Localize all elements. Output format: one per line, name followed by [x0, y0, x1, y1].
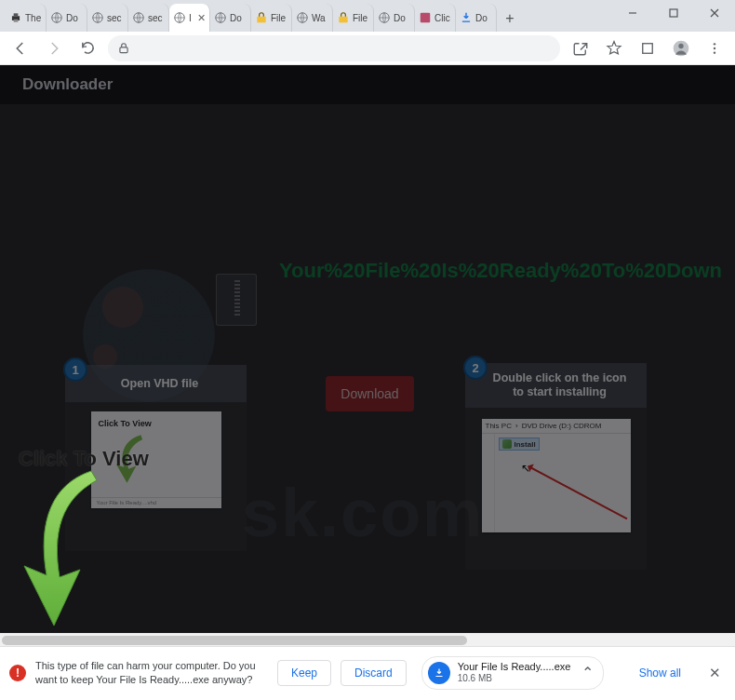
browser-tab[interactable]: Do: [374, 4, 415, 32]
download-file-icon: [428, 662, 450, 684]
tab-title: Do: [394, 13, 410, 23]
window-maximize[interactable]: [653, 0, 694, 26]
back-button[interactable]: [7, 35, 33, 61]
share-icon[interactable]: [568, 35, 594, 61]
show-all-button[interactable]: Show all: [626, 660, 694, 686]
bookmark-icon[interactable]: [601, 35, 627, 61]
browser-tab[interactable]: Wa: [292, 4, 333, 32]
tab-favicon-icon: [214, 11, 227, 24]
breadcrumb-root: This PC: [486, 422, 512, 430]
svg-rect-2: [14, 20, 19, 22]
browser-tab[interactable]: sec: [128, 4, 169, 32]
breadcrumb-drive: DVD Drive (D:) CDROM: [522, 422, 602, 430]
discard-button[interactable]: Discard: [341, 660, 407, 686]
tab-favicon-icon: [50, 11, 63, 24]
close-downloads-bar[interactable]: ✕: [703, 665, 726, 681]
download-size: 10.6 MB: [458, 673, 571, 684]
tab-title: File: [353, 13, 369, 23]
step-1-title: Open VHD file: [65, 365, 247, 402]
page-header: Downloader: [0, 65, 735, 104]
horizontal-scrollbar[interactable]: [0, 633, 735, 646]
download-warning-text: This type of file can harm your computer…: [35, 659, 268, 687]
tab-title: Clic: [434, 13, 451, 23]
browser-tab[interactable]: File: [333, 4, 374, 32]
browser-tab[interactable]: Do: [47, 4, 87, 32]
window-controls: [612, 0, 735, 26]
window-minimize[interactable]: [612, 0, 653, 26]
chevron-up-icon[interactable]: ⌃: [581, 664, 594, 681]
browser-tab[interactable]: Do: [456, 4, 497, 32]
tab-title: sec: [148, 13, 165, 23]
extensions-icon[interactable]: [635, 35, 661, 61]
page-title: Downloader: [22, 75, 113, 94]
menu-icon[interactable]: [702, 35, 728, 61]
step-2-title: Double click on the icon to start instal…: [465, 363, 647, 408]
reload-button[interactable]: [74, 35, 100, 61]
download-item[interactable]: Your File Is Ready.....exe 10.6 MB ⌃: [421, 656, 605, 690]
explorer-main: Install ↖: [495, 434, 631, 532]
step-2-thumbnail: This PC › DVD Drive (D:) CDROM Install ↖: [482, 419, 631, 532]
tab-favicon-icon: [460, 11, 473, 24]
svg-rect-1: [14, 13, 19, 16]
tab-favicon-icon: [255, 11, 268, 24]
browser-tab[interactable]: File: [251, 4, 292, 32]
lock-icon: [117, 42, 130, 55]
tab-close-icon[interactable]: ✕: [196, 13, 206, 22]
window-close[interactable]: [694, 0, 735, 26]
page-content: Downloader sk.com Your%20File%20Is%20Rea…: [0, 65, 735, 633]
download-filename: Your File Is Ready.....exe: [458, 661, 571, 673]
step-2-badge: 2: [463, 356, 488, 380]
download-button[interactable]: Download: [326, 376, 414, 411]
green-arrow-large-icon: [19, 465, 102, 628]
tab-favicon-icon: [337, 11, 350, 24]
scrollbar-thumb[interactable]: [2, 636, 467, 645]
forward-button[interactable]: [41, 35, 67, 61]
tab-favicon-icon: [132, 11, 145, 24]
tab-favicon-icon: [296, 11, 309, 24]
tab-strip: TheDosecsecI✕DoFileWaFileDoClicDo: [0, 0, 497, 32]
tab-title: sec: [107, 13, 124, 23]
browser-tab[interactable]: Do: [210, 4, 251, 32]
browser-toolbar: [0, 32, 735, 65]
tab-favicon-icon: [378, 11, 391, 24]
svg-rect-17: [120, 47, 127, 52]
install-item: Install: [499, 438, 540, 451]
ready-heading: Your%20File%20Is%20Ready%20To%20Down: [279, 259, 722, 283]
browser-tab[interactable]: sec: [87, 4, 128, 32]
tab-title: Do: [475, 13, 492, 23]
tab-title: I: [189, 13, 194, 23]
address-bar[interactable]: [108, 35, 560, 61]
profile-icon[interactable]: [668, 35, 694, 61]
tab-favicon-icon: [419, 11, 432, 24]
tab-title: Do: [66, 13, 83, 23]
step-1-thumb-footer: Your File Is Ready....vhd: [91, 497, 221, 508]
watermark-text: sk.com: [242, 475, 484, 551]
tab-title: Do: [230, 13, 247, 23]
browser-tab[interactable]: The: [6, 4, 47, 32]
svg-rect-10: [339, 17, 347, 22]
tab-favicon-icon: [173, 11, 186, 24]
keep-button[interactable]: Keep: [277, 660, 331, 686]
url-input[interactable]: [138, 41, 551, 55]
step-1-badge: 1: [63, 357, 87, 382]
red-arrow-icon: [528, 465, 627, 519]
step-2-card: 2 Double click on the icon to start inst…: [465, 363, 647, 570]
new-tab-button[interactable]: +: [497, 6, 523, 32]
step-1-thumb-label: Click To View: [99, 419, 214, 428]
browser-tab[interactable]: I✕: [169, 4, 210, 32]
tab-title: The: [25, 13, 42, 23]
explorer-breadcrumb: This PC › DVD Drive (D:) CDROM: [482, 419, 631, 434]
explorer-sidebar: [482, 434, 495, 532]
svg-rect-18: [643, 43, 653, 53]
svg-point-21: [714, 43, 715, 45]
svg-rect-12: [421, 13, 431, 23]
tab-title: Wa: [312, 13, 328, 23]
downloads-bar: ! This type of file can harm your comput…: [0, 646, 735, 698]
svg-point-23: [714, 51, 715, 53]
warning-icon: !: [9, 665, 26, 681]
browser-tab[interactable]: Clic: [415, 4, 456, 32]
installer-icon: [502, 439, 512, 449]
svg-point-20: [678, 43, 683, 47]
tab-favicon-icon: [9, 11, 22, 24]
svg-rect-14: [670, 9, 677, 17]
